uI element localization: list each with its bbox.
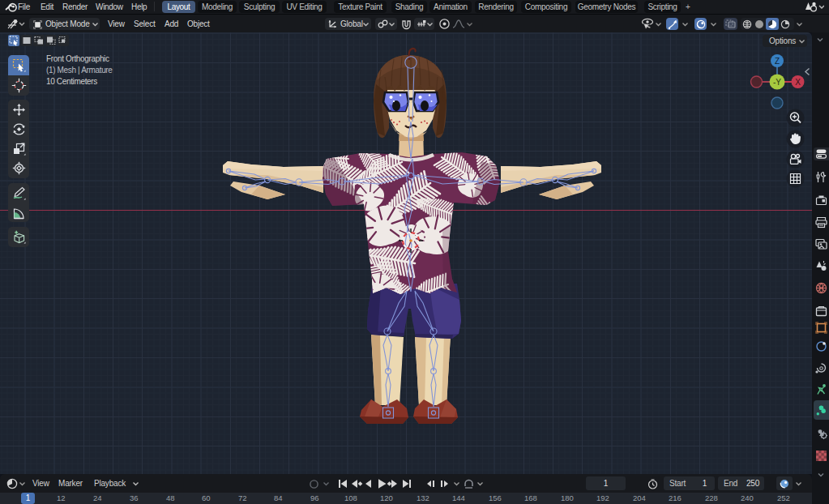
svg-text:Z: Z	[775, 57, 780, 66]
svg-text:X: X	[795, 78, 801, 87]
svg-text:-Y: -Y	[773, 78, 781, 87]
